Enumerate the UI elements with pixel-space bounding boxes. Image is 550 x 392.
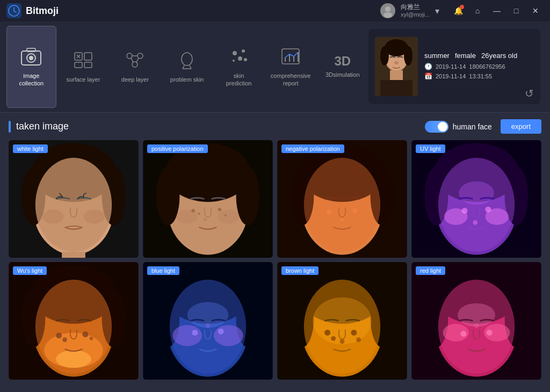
toggle-knob: [438, 122, 447, 132]
svg-point-55: [236, 166, 260, 226]
svg-point-15: [132, 62, 138, 67]
skin-prediction-icon: [228, 47, 250, 69]
image-cell-wus-light: Wu's light: [9, 262, 139, 380]
svg-point-131: [474, 323, 479, 328]
profile-photo: [375, 37, 418, 96]
profile-back-button[interactable]: ↺: [525, 87, 534, 100]
svg-point-107: [206, 323, 211, 328]
calendar-icon: 📅: [424, 72, 432, 80]
tab-skin-prediction-label: skinprediction: [226, 72, 252, 88]
image-cell-positive-polarization: positive polarization: [143, 140, 273, 258]
home-button[interactable]: ⌂: [469, 3, 486, 19]
svg-point-105: [192, 330, 198, 336]
tab-surface-layer-label: surface layer: [66, 76, 100, 83]
tab-deep-layer-label: deep layer: [121, 76, 149, 83]
tab-3dsimulation-label: 3Dsimulation: [325, 71, 360, 78]
svg-point-71: [341, 218, 344, 222]
deep-layer-icon: [124, 50, 146, 72]
user-email: xyl@moji...: [401, 11, 430, 18]
white-light-label: white light: [13, 144, 48, 153]
profile-age: 26years old: [481, 52, 517, 60]
svg-point-24: [242, 49, 245, 53]
svg-point-1: [385, 6, 390, 12]
tab-comprehensive-report[interactable]: comprehensive report: [266, 26, 316, 108]
svg-point-116: [331, 336, 336, 341]
profile-phone: 18066762956: [469, 63, 505, 70]
user-info: 向雅兰 xyl@moji...: [401, 3, 430, 18]
svg-point-19: [182, 53, 192, 66]
profile-name: summer: [424, 52, 450, 60]
svg-rect-40: [390, 70, 403, 81]
svg-point-5: [29, 56, 33, 60]
brown-light-label: brown light: [281, 266, 319, 275]
tab-deep-layer[interactable]: deep layer: [110, 26, 160, 108]
svg-point-26: [233, 60, 235, 62]
svg-point-57: [198, 213, 200, 215]
svg-point-80: [459, 182, 494, 205]
svg-line-20: [183, 66, 184, 69]
section-title: taken image: [16, 121, 69, 132]
user-dropdown-icon[interactable]: ▾: [435, 6, 439, 16]
bell-button[interactable]: 🔔: [450, 3, 466, 19]
svg-point-54: [156, 166, 180, 226]
negative-polarization-label: negative polarization: [281, 144, 344, 153]
close-button[interactable]: ✕: [527, 3, 544, 19]
app-logo: Bitmoji: [6, 3, 59, 18]
positive-polarization-image: [143, 140, 273, 258]
svg-point-37: [380, 46, 389, 66]
profile-date2-row: 📅 2019-11-14 13:31:55: [424, 72, 518, 80]
red-light-image: [411, 262, 541, 380]
svg-point-49: [84, 209, 105, 223]
tab-comprehensive-report-label: comprehensive report: [269, 72, 313, 88]
export-button[interactable]: export: [501, 119, 541, 134]
comprehensive-report-icon: [280, 47, 301, 69]
svg-rect-28: [282, 49, 299, 64]
svg-point-94: [82, 331, 88, 337]
svg-rect-50: [62, 252, 85, 258]
brown-light-image: [277, 262, 407, 380]
bell-badge: [460, 5, 464, 9]
surface-layer-icon: [73, 50, 94, 72]
svg-point-81: [462, 208, 468, 214]
3dsimulation-icon: 3D: [334, 55, 351, 68]
svg-point-82: [485, 207, 491, 213]
image-cell-blue-light: blue light: [143, 262, 273, 380]
user-avatar: [380, 3, 395, 18]
image-cell-white-light: white light: [9, 140, 139, 258]
section-controls: human face export: [425, 119, 541, 134]
blue-light-label: blue light: [147, 266, 179, 275]
tab-problem-skin-label: problem skin: [170, 76, 204, 83]
svg-point-92: [56, 332, 62, 338]
svg-point-69: [327, 209, 332, 214]
tab-image-collection[interactable]: imagecollection: [6, 26, 56, 108]
section-indicator: [9, 121, 11, 133]
tab-problem-skin[interactable]: problem skin: [162, 26, 212, 108]
svg-point-47: [35, 158, 112, 252]
svg-rect-9: [75, 62, 82, 68]
user-name: 向雅兰: [401, 3, 430, 11]
svg-point-13: [127, 53, 132, 59]
tab-skin-prediction[interactable]: skinprediction: [214, 26, 264, 108]
profile-time: 13:31:55: [469, 73, 492, 79]
svg-point-39: [394, 61, 399, 64]
image-cell-red-light: red light: [411, 262, 541, 380]
image-grid: white light: [9, 140, 541, 380]
maximize-button[interactable]: □: [508, 3, 524, 19]
tab-surface-layer[interactable]: surface layer: [59, 26, 108, 108]
svg-point-61: [177, 209, 198, 223]
svg-point-115: [324, 330, 330, 336]
logo-icon: [6, 3, 21, 18]
image-cell-brown-light: brown light: [277, 262, 407, 380]
problem-skin-icon: [176, 50, 198, 72]
svg-point-102: [172, 325, 202, 346]
svg-point-95: [90, 337, 93, 340]
uv-light-label: UV light: [416, 144, 445, 153]
human-face-toggle[interactable]: [425, 121, 448, 133]
tab-image-collection-label: imagecollection: [19, 72, 44, 88]
title-bar-actions: 🔔 ⌂ — □ ✕: [450, 3, 544, 19]
tab-3dsimulation[interactable]: 3D 3Dsimulation: [317, 26, 367, 108]
svg-point-58: [218, 208, 222, 212]
svg-point-14: [138, 53, 143, 59]
svg-point-70: [353, 208, 358, 213]
minimize-button[interactable]: —: [489, 3, 505, 19]
